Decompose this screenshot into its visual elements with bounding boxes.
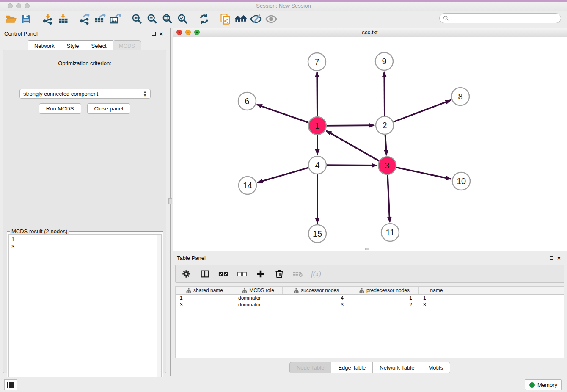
toolbar-separator [193,13,193,25]
criterion-value: strongly connected component [23,91,98,97]
export-network-icon[interactable] [77,12,92,26]
network-window-titlebar[interactable]: × − + scc.txt [173,28,567,37]
graph-edge-2-8[interactable] [394,100,451,122]
search-box[interactable] [439,13,561,23]
table-cell[interactable]: dominator [234,301,283,308]
graph-node-label-14: 14 [243,181,252,190]
import-network-icon[interactable] [40,12,55,26]
zoom-selected-icon[interactable] [175,12,190,26]
network-canvas[interactable]: 7968124314101511 [173,37,567,251]
table-row[interactable]: 1dominator411 [176,295,564,301]
graph-node-label-11: 11 [386,228,395,237]
zoom-out-icon[interactable] [144,12,160,26]
graph-edge-1-2[interactable] [327,125,374,126]
table-cell[interactable]: 1 [419,295,454,301]
save-session-icon[interactable] [19,12,34,26]
tab-motifs[interactable]: Motifs [421,362,450,373]
graph-node-label-7: 7 [314,57,319,66]
application-window: Session: New Session [0,0,567,392]
node-table[interactable]: shared nameMCDS rolesuccessor nodesprede… [175,286,564,358]
table-panel-title: Table Panel [177,255,548,261]
graph-edge-4-3[interactable] [327,165,377,166]
window-title: Session: New Session [0,3,567,9]
show-details-icon[interactable] [264,12,279,26]
deselect-all-icon[interactable] [237,268,248,279]
column-tree-icon [294,288,299,293]
graph-edge-2-9[interactable] [384,72,385,116]
table-cell[interactable]: dominator [234,295,283,301]
graph-node-label-10: 10 [457,177,466,186]
table-settings-gear-icon[interactable] [181,268,192,279]
graph-edge-4-14[interactable] [257,168,308,182]
table-cell[interactable]: 1 [350,295,419,301]
toolbar-separator [37,13,37,25]
mcds-result-text[interactable]: 1 3 [8,234,162,392]
export-image-icon[interactable] [107,12,123,26]
function-builder-icon[interactable]: f(x) [311,270,321,278]
export-table-icon[interactable] [92,12,107,26]
splitter-grip[interactable] [168,198,172,204]
table-row[interactable]: 3dominator323 [176,301,564,308]
apply-layout-icon[interactable] [196,12,212,26]
close-panel-button-2[interactable]: Close panel [87,103,131,114]
table-cell[interactable]: 3 [176,301,234,308]
table-cell[interactable]: 3 [419,301,454,308]
search-icon [443,15,449,21]
column-header-name[interactable]: name [419,287,454,294]
control-panel: Control Panel × Network Style Select MCD… [0,28,169,376]
table-panel: Table Panel × [173,252,567,376]
table-cell[interactable]: 4 [283,295,350,301]
graph-edge-1-6[interactable] [257,105,309,123]
delete-table-icon[interactable] [292,268,303,279]
mcds-result-title: MCDS result (2 nodes) [10,228,69,235]
delete-column-trash-icon[interactable] [274,268,285,279]
column-label: shared name [193,287,223,293]
search-input[interactable] [449,15,561,21]
table-cell[interactable]: 2 [350,301,419,308]
graph-node-label-8: 8 [458,92,462,101]
graph-edge-3-11[interactable] [388,175,390,222]
window-titlebar: Session: New Session [0,0,567,11]
column-label: predecessor nodes [366,287,410,293]
table-cell[interactable]: 1 [176,295,234,301]
graph-node-label-6: 6 [245,97,249,106]
open-file-icon[interactable] [3,12,19,26]
toggle-panes-icon[interactable] [199,268,210,279]
duplicate-network-icon[interactable] [218,12,233,26]
column-tree-icon [186,288,191,293]
task-history-button[interactable] [4,379,17,390]
optimization-criterion-label: Optimization criterion: [3,60,166,66]
tab-edge-table[interactable]: Edge Table [331,362,373,373]
import-table-icon[interactable] [55,12,71,26]
memory-button[interactable]: Memory [525,379,562,390]
tab-network-table[interactable]: Network Table [373,362,421,373]
graph-edge-1-7[interactable] [317,72,317,116]
network-scroll-thumb[interactable] [365,248,369,250]
tab-node-table[interactable]: Node Table [289,362,332,373]
graph-edge-3-10[interactable] [396,168,451,179]
graph-edge-3-1[interactable] [326,131,379,161]
column-header-MCDS-role[interactable]: MCDS role [234,287,283,294]
zoom-in-icon[interactable] [129,12,144,26]
column-label: MCDS role [249,287,274,293]
column-header-predecessor-nodes[interactable]: predecessor nodes [350,287,419,294]
criterion-select[interactable]: strongly connected component ▲▼ [19,89,151,99]
home-icon[interactable] [233,12,248,26]
result-scrollbar[interactable] [157,235,161,391]
column-header-successor-nodes[interactable]: successor nodes [283,287,350,294]
select-all-icon[interactable] [218,268,229,279]
close-panel-button[interactable]: × [157,30,165,37]
graph-edge-2-3[interactable] [385,135,386,155]
float-table-panel-button[interactable] [548,254,555,262]
table-cell[interactable]: 3 [283,301,350,308]
network-window-title: scc.txt [173,29,567,36]
toolbar-separator [215,13,215,25]
run-mcds-button[interactable]: Run MCDS [39,103,81,114]
hide-details-icon[interactable] [248,12,264,26]
float-panel-button[interactable] [150,30,157,37]
add-column-icon[interactable] [255,268,266,279]
column-header-shared-name[interactable]: shared name [176,287,234,294]
zoom-fit-icon[interactable] [160,12,175,26]
memory-label: Memory [537,382,557,388]
close-table-panel-button[interactable]: × [555,254,563,262]
